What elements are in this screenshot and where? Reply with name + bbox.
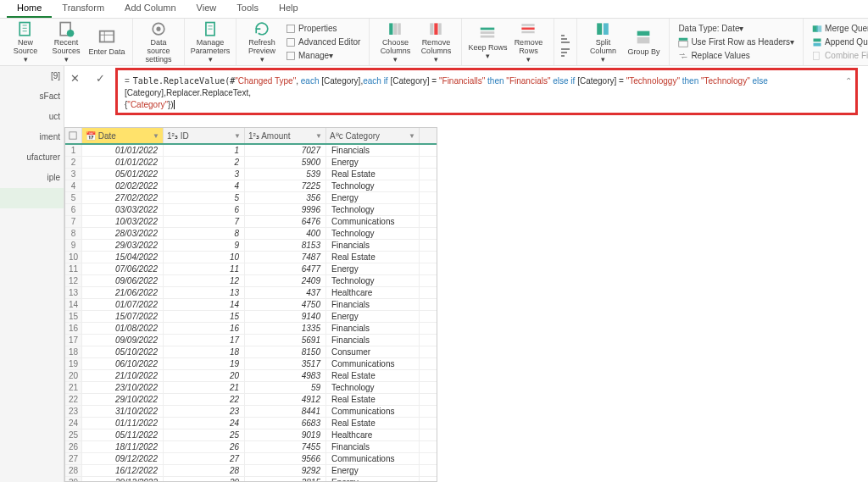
cell-id[interactable]: 19	[164, 358, 245, 369]
cell-date[interactable]: 15/07/2022	[82, 311, 164, 322]
chevron-down-icon[interactable]: ▼	[315, 132, 322, 140]
cell-category[interactable]: Real Estate	[326, 370, 420, 381]
cell-id[interactable]: 3	[164, 169, 245, 180]
cell-date[interactable]: 29/03/2022	[82, 240, 164, 251]
cell-category[interactable]: Healthcare	[326, 429, 420, 440]
cell-category[interactable]: Communications	[326, 358, 420, 369]
cell-category[interactable]: Energy	[326, 477, 420, 481]
cell-id[interactable]: 29	[164, 477, 245, 481]
expand-formula-icon[interactable]: ⌃	[845, 75, 852, 87]
remove-columns-button[interactable]: Remove Columns▾	[415, 20, 456, 64]
cell-id[interactable]: 15	[164, 311, 245, 322]
col-id-header[interactable]: 1²₃ ID▼	[164, 128, 245, 143]
cell-id[interactable]: 9	[164, 240, 245, 251]
tab-home[interactable]: Home	[7, 0, 52, 18]
col-category-header[interactable]: Aᴮc Category▼	[326, 128, 420, 143]
cell-amount[interactable]: 9019	[245, 429, 326, 440]
cell-amount[interactable]: 7027	[245, 145, 326, 156]
table-row[interactable]: 1906/10/2022193517Communications	[65, 358, 437, 370]
tab-add-column[interactable]: Add Column	[114, 0, 186, 18]
remove-rows-button[interactable]: Remove Rows▾	[508, 20, 548, 64]
cell-date[interactable]: 03/03/2022	[82, 204, 164, 215]
cell-category[interactable]: Technology	[326, 275, 420, 286]
cell-category[interactable]: Technology	[326, 204, 420, 215]
cell-category[interactable]: Healthcare	[326, 287, 420, 298]
new-source-button[interactable]: New Source▾	[5, 20, 46, 64]
cell-id[interactable]: 16	[164, 323, 245, 334]
cell-amount[interactable]: 2815	[245, 477, 326, 481]
cell-amount[interactable]: 7225	[245, 180, 326, 191]
choose-columns-button[interactable]: Choose Columns▾	[375, 20, 415, 64]
query-item[interactable]: iple	[0, 168, 64, 188]
table-row[interactable]: 1805/10/2022188150Consumer	[65, 346, 437, 358]
table-row[interactable]: 1401/07/2022144750Financials	[65, 299, 437, 311]
tab-transform[interactable]: Transform	[52, 0, 114, 18]
cell-id[interactable]: 22	[164, 394, 245, 405]
cell-date[interactable]: 21/06/2022	[82, 287, 164, 298]
cell-date[interactable]: 06/10/2022	[82, 358, 164, 369]
grid-body[interactable]: 101/01/202217027Financials201/01/2022259…	[65, 145, 437, 481]
formula-bar[interactable]: == Table.ReplaceValue(#Table.ReplaceValu…	[115, 68, 858, 115]
cell-category[interactable]: Communications	[326, 406, 420, 417]
table-row[interactable]: 2618/11/2022267455Financials	[65, 441, 437, 453]
cell-id[interactable]: 13	[164, 287, 245, 298]
query-item[interactable]: iment	[0, 127, 64, 147]
cell-date[interactable]: 09/09/2022	[82, 335, 164, 346]
cell-date[interactable]: 29/12/2022	[82, 477, 164, 481]
keep-rows-button[interactable]: Keep Rows▾	[467, 20, 508, 64]
cell-amount[interactable]: 9996	[245, 204, 326, 215]
cell-date[interactable]: 02/02/2022	[82, 180, 164, 191]
cell-date[interactable]: 15/04/2022	[82, 252, 164, 263]
manage-button[interactable]: Manage▾	[282, 49, 364, 63]
cell-id[interactable]: 7	[164, 216, 245, 227]
table-row[interactable]: 1107/06/2022116477Energy	[65, 263, 437, 275]
cell-amount[interactable]: 5691	[245, 335, 326, 346]
cell-category[interactable]: Financials	[326, 240, 420, 251]
cell-category[interactable]: Consumer	[326, 346, 420, 357]
cell-id[interactable]: 20	[164, 370, 245, 381]
cell-amount[interactable]: 3517	[245, 358, 326, 369]
advanced-editor-button[interactable]: Advanced Editor	[282, 36, 364, 49]
cell-amount[interactable]: 4750	[245, 299, 326, 310]
combine-files-button[interactable]: Combine Files	[809, 49, 868, 63]
cell-amount[interactable]: 8441	[245, 406, 326, 417]
table-row[interactable]: 402/02/202247225Technology	[65, 180, 437, 192]
cell-amount[interactable]: 9566	[245, 453, 326, 464]
cell-category[interactable]: Energy	[326, 311, 420, 322]
cell-amount[interactable]: 6476	[245, 216, 326, 227]
cell-id[interactable]: 2	[164, 157, 245, 168]
cell-date[interactable]: 18/11/2022	[82, 441, 164, 452]
recent-sources-button[interactable]: Recent Sources▾	[46, 20, 86, 64]
cell-id[interactable]: 8	[164, 228, 245, 239]
refresh-preview-button[interactable]: Refresh Preview▾	[242, 20, 282, 64]
chevron-down-icon[interactable]: ▼	[234, 132, 241, 140]
cell-category[interactable]: Technology	[326, 228, 420, 239]
cell-id[interactable]: 24	[164, 418, 245, 429]
manage-parameters-button[interactable]: Manage Parameters▾	[190, 20, 231, 64]
cell-category[interactable]: Financials	[326, 299, 420, 310]
cell-category[interactable]: Real Estate	[326, 418, 420, 429]
cell-date[interactable]: 09/06/2022	[82, 275, 164, 286]
cell-date[interactable]: 05/01/2022	[82, 169, 164, 180]
cell-amount[interactable]: 437	[245, 287, 326, 298]
cell-category[interactable]: Real Estate	[326, 252, 420, 263]
table-row[interactable]: 828/03/20228400Technology	[65, 228, 437, 240]
table-row[interactable]: 603/03/202269996Technology	[65, 204, 437, 216]
table-row[interactable]: 2505/11/2022259019Healthcare	[65, 429, 437, 441]
cell-category[interactable]: Financials	[326, 335, 420, 346]
cell-id[interactable]: 18	[164, 346, 245, 357]
cell-id[interactable]: 6	[164, 204, 245, 215]
cell-date[interactable]: 16/12/2022	[82, 465, 164, 476]
table-row[interactable]: 1709/09/2022175691Financials	[65, 335, 437, 346]
tab-view[interactable]: View	[186, 0, 227, 18]
merge-queries-button[interactable]: Merge Queries▾	[809, 22, 868, 36]
cell-date[interactable]: 31/10/2022	[82, 406, 164, 417]
table-row[interactable]: 1601/08/2022161335Financials	[65, 323, 437, 335]
table-row[interactable]: 2709/12/2022279566Communications	[65, 453, 437, 465]
cell-date[interactable]: 01/08/2022	[82, 323, 164, 334]
table-row[interactable]: 2331/10/2022238441Communications	[65, 406, 437, 418]
table-row[interactable]: 101/01/202217027Financials	[65, 145, 437, 157]
cell-id[interactable]: 25	[164, 429, 245, 440]
cell-category[interactable]: Financials	[326, 145, 420, 156]
cell-category[interactable]: Technology	[326, 180, 420, 191]
